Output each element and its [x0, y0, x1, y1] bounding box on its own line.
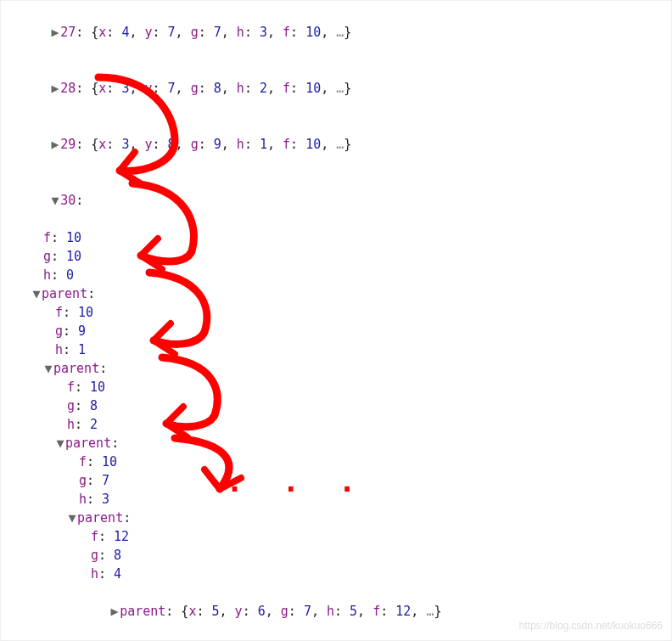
prop-f: f: 12 — [8, 527, 671, 546]
watermark-text: https://blog.csdn.net/kuokuo666 — [519, 616, 663, 635]
chevron-down-icon[interactable]: ▼ — [43, 359, 53, 378]
parent-node-4[interactable]: ▼parent: — [8, 509, 671, 527]
array-item-27[interactable]: ▶27: {x: 4, y: 7, g: 7, h: 3, f: 10, …} — [8, 4, 671, 60]
chevron-right-icon[interactable]: ▶ — [50, 23, 60, 42]
prop-h: h: 4 — [8, 565, 671, 583]
prop-g: g: 8 — [8, 396, 671, 415]
chevron-down-icon[interactable]: ▼ — [67, 509, 77, 527]
annotation-ellipsis: . . . — [230, 470, 371, 489]
prop-g: g: 9 — [8, 322, 671, 340]
prop-f: f: 10 — [8, 228, 671, 247]
parent-node-1[interactable]: ▼parent: — [8, 284, 671, 303]
chevron-down-icon[interactable]: ▼ — [31, 284, 42, 303]
prop-h: h: 1 — [8, 340, 671, 359]
array-item-28[interactable]: ▶28: {x: 3, y: 7, g: 8, h: 2, f: 10, …} — [8, 60, 671, 116]
prop-f: f: 10 — [8, 378, 671, 396]
index-label: 27 — [60, 25, 76, 40]
chevron-down-icon[interactable]: ▼ — [50, 191, 60, 210]
prop-h: h: 0 — [8, 266, 671, 284]
devtools-object-tree: ▶27: {x: 4, y: 7, g: 7, h: 3, f: 10, …} … — [0, 0, 672, 641]
parent-node-3[interactable]: ▼parent: — [8, 434, 671, 453]
parent-node-2[interactable]: ▼parent: — [8, 359, 671, 378]
chevron-right-icon[interactable]: ▶ — [50, 135, 60, 154]
array-item-30[interactable]: ▼30: — [8, 172, 671, 228]
index-label: 28 — [60, 81, 76, 96]
chevron-right-icon[interactable]: ▶ — [109, 602, 120, 621]
chevron-down-icon[interactable]: ▼ — [55, 434, 65, 453]
prop-g: g: 10 — [8, 247, 671, 266]
chevron-right-icon[interactable]: ▶ — [50, 79, 60, 98]
index-label: 30 — [60, 193, 76, 208]
prop-f: f: 10 — [8, 303, 671, 322]
array-item-29[interactable]: ▶29: {x: 3, y: 8, g: 9, h: 1, f: 10, …} — [8, 116, 671, 172]
prop-h: h: 2 — [8, 415, 671, 434]
index-label: 29 — [60, 137, 76, 152]
prop-g: g: 8 — [8, 546, 671, 565]
